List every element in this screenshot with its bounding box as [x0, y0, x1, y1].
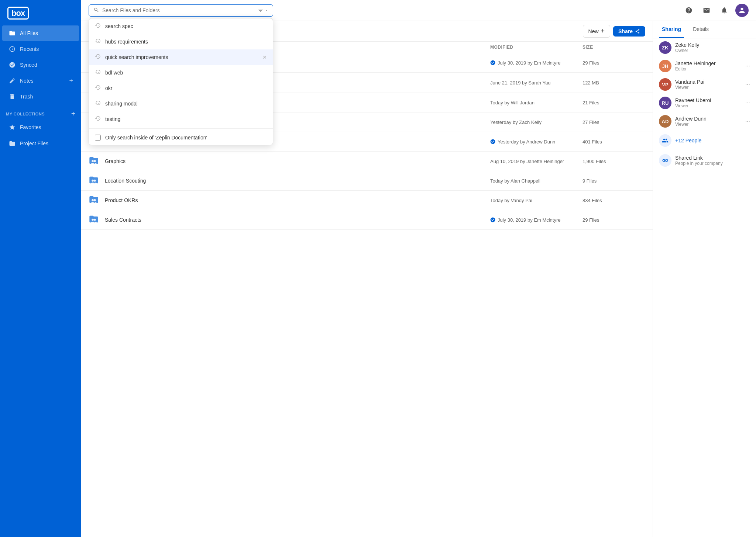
history-icon-4 — [95, 69, 101, 76]
search-filter-button[interactable] — [258, 7, 268, 13]
search-history-item-search-spec[interactable]: search spec — [89, 18, 273, 34]
person-more-button[interactable]: ··· — [745, 100, 750, 106]
search-history-item-bdl-web[interactable]: bdl web — [89, 65, 273, 80]
search-history-item-quick-search[interactable]: quick search improvements ✕ — [89, 49, 273, 65]
table-row[interactable]: Sales Contracts July 30, 2019 by Em Mcin… — [81, 210, 653, 230]
shared-link-title: Shared Link — [675, 155, 750, 161]
table-row[interactable]: Product OKRs Today by Vandy Pai 834 File… — [81, 191, 653, 210]
file-name-cell: Product OKRs — [89, 194, 490, 206]
file-size: 401 Files — [583, 139, 630, 145]
file-name-cell: Location Scouting — [89, 175, 490, 187]
person-info: Vandana Pai Viewer — [675, 79, 742, 90]
search-history-text-4: bdl web — [105, 70, 267, 76]
sidebar-item-trash[interactable]: Trash — [2, 89, 79, 104]
file-size: 29 Files — [583, 60, 630, 66]
history-icon-6 — [95, 100, 101, 107]
search-inside-checkbox[interactable] — [95, 135, 101, 141]
file-name-text: Graphics — [105, 158, 126, 164]
new-button[interactable]: New + — [583, 25, 611, 38]
file-modified: Today by Vandy Pai — [490, 198, 583, 203]
file-name-text: Sales Contracts — [105, 217, 141, 223]
sidebar-item-recents[interactable]: Recents — [2, 41, 79, 57]
file-name-cell: Sales Contracts — [89, 214, 490, 226]
file-name-text: Product OKRs — [105, 197, 138, 203]
person-name: Janette Heininger — [675, 60, 742, 66]
file-size: 834 Files — [583, 198, 630, 203]
search-history-text-6: sharing modal — [105, 101, 267, 107]
sidebar-item-notes[interactable]: Notes + — [2, 73, 79, 89]
new-plus-icon: + — [601, 27, 605, 35]
file-modified: July 30, 2019 by Em Mcintyre — [490, 217, 583, 223]
notification-button[interactable] — [718, 4, 731, 17]
search-history-text-5: okr — [105, 85, 267, 91]
col-actions-header — [630, 45, 645, 50]
search-history-item-hubs-requirements[interactable]: hubs requirements — [89, 34, 273, 49]
more-people-row[interactable]: +12 People — [653, 131, 756, 150]
person-avatar: AD — [659, 115, 671, 128]
more-people-icon — [659, 134, 671, 147]
collections-label: My Collections — [6, 112, 45, 116]
notes-icon — [8, 77, 16, 85]
collections-add-button[interactable]: + — [71, 110, 75, 118]
header: search spec hubs requirements quick sear… — [81, 0, 756, 21]
main-area: search spec hubs requirements quick sear… — [81, 0, 756, 537]
search-history-item-sharing-modal[interactable]: sharing modal — [89, 96, 273, 111]
history-icon-1 — [95, 22, 101, 30]
sidebar-item-all-files[interactable]: All Files — [2, 25, 79, 41]
search-icon — [93, 7, 99, 14]
trash-icon — [8, 93, 16, 101]
person-name: Ravneet Uberoi — [675, 97, 742, 103]
search-history-text-2: hubs requirements — [105, 39, 267, 45]
sidebar-item-recents-label: Recents — [20, 46, 73, 52]
user-avatar[interactable] — [735, 4, 749, 17]
search-clear-button-3[interactable]: ✕ — [262, 54, 267, 60]
sidebar-item-favorites[interactable]: Favorites — [2, 119, 79, 135]
mail-button[interactable] — [700, 4, 713, 17]
person-more-button[interactable]: ··· — [745, 63, 750, 69]
search-history-item-testing[interactable]: testing — [89, 111, 273, 127]
project-folder-icon — [8, 139, 16, 148]
search-only-inside-label: Only search inside of 'Zeplin Documentat… — [105, 135, 207, 141]
shared-link-info: Shared Link People in your company — [675, 155, 750, 166]
share-button[interactable]: Share — [613, 26, 645, 37]
person-more-button[interactable]: ··· — [745, 81, 750, 88]
search-only-inside-checkbox-row[interactable]: Only search inside of 'Zeplin Documentat… — [89, 130, 273, 145]
help-button[interactable] — [682, 4, 695, 17]
table-row[interactable]: Graphics Aug 10, 2019 by Janette Heining… — [81, 152, 653, 171]
search-input-wrapper — [89, 4, 273, 17]
history-icon-5 — [95, 84, 101, 92]
table-row[interactable]: Location Scouting Today by Alan Chappell… — [81, 171, 653, 191]
file-modified: Yesterday by Zach Kelly — [490, 119, 583, 125]
file-modified: July 30, 2019 by Em Mcintyre — [490, 60, 583, 66]
sidebar-item-project-files[interactable]: Project Files — [2, 136, 79, 151]
file-modified: Yesterday by Andrew Dunn — [490, 139, 583, 145]
search-history-text-3: quick search improvements — [105, 54, 258, 60]
col-modified-header: Modified — [490, 45, 583, 50]
shared-link-sub: People in your company — [675, 161, 750, 166]
file-modified: June 21, 2019 by Sarah Yau — [490, 80, 583, 86]
person-row: RU Ravneet Uberoi Viewer ··· — [653, 94, 756, 112]
person-avatar: JH — [659, 60, 671, 72]
search-history-item-okr[interactable]: okr — [89, 80, 273, 96]
person-role: Viewer — [675, 103, 742, 108]
person-avatar: RU — [659, 97, 671, 109]
notes-add-button[interactable]: + — [69, 77, 73, 85]
history-icon-2 — [95, 38, 101, 45]
person-avatar: ZK — [659, 41, 671, 54]
person-more-button[interactable]: ··· — [745, 118, 750, 125]
person-info: Ravneet Uberoi Viewer — [675, 97, 742, 108]
col-size-header: Size — [583, 45, 630, 50]
person-role: Viewer — [675, 122, 742, 127]
file-size: 1,900 Files — [583, 159, 630, 164]
sidebar: box All Files Recents Synced — [0, 0, 81, 537]
person-info: Janette Heininger Editor — [675, 60, 742, 72]
sidebar-item-notes-label: Notes — [20, 78, 69, 84]
tab-sharing[interactable]: Sharing — [659, 21, 684, 38]
folder-icon — [8, 29, 16, 37]
person-row: ZK Zeke Kelly Owner — [653, 38, 756, 57]
shared-link-row: Shared Link People in your company — [653, 150, 756, 170]
file-modified: Today by Alan Chappell — [490, 178, 583, 184]
search-input[interactable] — [102, 7, 258, 13]
sidebar-item-synced[interactable]: Synced — [2, 57, 79, 73]
tab-details[interactable]: Details — [690, 21, 712, 38]
